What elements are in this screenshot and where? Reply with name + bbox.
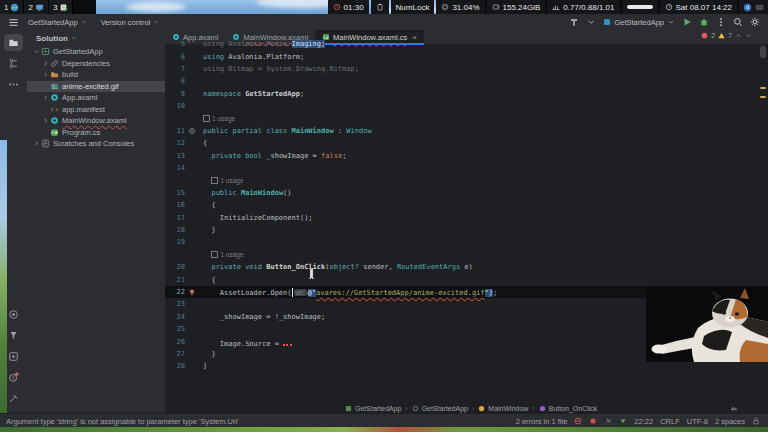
- workspace-button-1[interactable]: 1: [0, 0, 24, 14]
- tree-item-program-cs[interactable]: C#Program.cs: [27, 127, 165, 139]
- tree-item-scratches-and-consoles[interactable]: Scratches and Consoles: [27, 138, 165, 150]
- main-menu-icon[interactable]: [8, 17, 19, 28]
- breadcrumb-getstartedapp[interactable]: GetStartedApp: [412, 405, 468, 412]
- workspace-number: 2: [28, 3, 32, 12]
- mouse-ibeam-cursor: [308, 265, 315, 276]
- chevron-down-icon[interactable]: [586, 17, 596, 27]
- search-everywhere-icon[interactable]: [733, 17, 743, 27]
- breadcrumb-getstartedapp[interactable]: GetStartedApp: [345, 405, 401, 412]
- segment-text: Sat 08.07 14:22: [676, 3, 733, 12]
- project-widget[interactable]: GetStartedApp: [23, 17, 92, 28]
- line-number: 28: [165, 362, 185, 370]
- green-down-icon[interactable]: [619, 417, 627, 425]
- usage-annotation[interactable]: 1 usage: [206, 251, 243, 258]
- settings-gear-icon[interactable]: [750, 17, 760, 27]
- breadcrumb-button_onclick[interactable]: Button_OnClick: [539, 405, 598, 412]
- solution-tree: GetStartedAppDependenciesbuildanime-exci…: [27, 46, 165, 150]
- run-button[interactable]: [682, 17, 692, 27]
- status-item[interactable]: 22:22: [634, 417, 653, 426]
- structure-tool-button[interactable]: [4, 55, 23, 72]
- no-entry-icon[interactable]: [574, 417, 582, 425]
- token: GetStartedApp: [245, 90, 300, 98]
- prev-problem-icon[interactable]: [735, 32, 742, 39]
- code-line-8[interactable]: 8: [165, 75, 768, 87]
- usage-annotation-row[interactable]: 1 usage: [165, 249, 768, 261]
- code-line-18[interactable]: 18 }: [165, 224, 768, 236]
- run-configuration-select[interactable]: GetStartedApp: [603, 18, 675, 27]
- status-segment: [371, 0, 389, 14]
- warning-count: 7: [728, 32, 732, 39]
- line-number: 23: [165, 300, 185, 308]
- code-line-17[interactable]: 17 InitializeComponent();: [165, 211, 768, 223]
- tree-item-getstartedapp[interactable]: GetStartedApp: [27, 46, 165, 58]
- code-line-10[interactable]: 10: [165, 100, 768, 112]
- bulb-gutter-icon[interactable]: [188, 288, 196, 296]
- status-item[interactable]: UTF-8: [687, 417, 708, 426]
- code-text: public MainWindow(): [198, 189, 292, 197]
- segment-text: 01:30: [344, 3, 364, 12]
- chevron-collapsed-icon[interactable]: [42, 71, 49, 78]
- tree-item-app-manifest[interactable]: app.manifest: [27, 104, 165, 116]
- tray-d-icon[interactable]: d: [743, 3, 752, 12]
- workspace-button-2[interactable]: 2: [24, 0, 48, 14]
- chevron-collapsed-icon[interactable]: [42, 94, 49, 101]
- code-line-15[interactable]: 15 public MainWindow(): [165, 187, 768, 199]
- token: "): [485, 289, 493, 297]
- code-line-20[interactable]: 20 private void Button_OnClick(object? s…: [165, 261, 768, 273]
- status-item[interactable]: CRLF: [660, 417, 680, 426]
- code-line-13[interactable]: 13 private bool _showImage = false;: [165, 150, 768, 162]
- tree-item-build[interactable]: build: [27, 69, 165, 81]
- code-line-11[interactable]: 11public partial class MainWindow : Wind…: [165, 125, 768, 137]
- next-problem-icon[interactable]: [745, 32, 752, 39]
- inspections-widget[interactable]: 2 7: [701, 32, 752, 39]
- code-line-5[interactable]: 5using Avalonia.Media.Imaging;: [165, 38, 768, 50]
- code-line-19[interactable]: 19: [165, 236, 768, 248]
- usage-annotation[interactable]: 1 usage: [198, 115, 235, 122]
- tree-item-dependencies[interactable]: Dependencies: [27, 58, 165, 70]
- code-line-6[interactable]: 6using Avalonia.Platform;: [165, 50, 768, 62]
- unlock-icon[interactable]: [752, 417, 760, 425]
- scrollbar-thumb[interactable]: [760, 46, 766, 58]
- code-line-9[interactable]: 9namespace GetStartedApp;: [165, 88, 768, 100]
- breadcrumb-label: Button_OnClick: [549, 405, 598, 412]
- vcs-widget[interactable]: Version control: [96, 17, 165, 28]
- code-text: _showImage = !_showImage;: [198, 313, 325, 321]
- red-dot-icon[interactable]: [589, 417, 597, 425]
- solution-panel-header[interactable]: Solution: [27, 30, 165, 46]
- chevron-collapsed-icon[interactable]: [42, 117, 49, 124]
- code-line-7[interactable]: 7using Bitmap = System.Drawing.Bitmap;: [165, 63, 768, 75]
- marker-gutter-icon[interactable]: [188, 127, 196, 135]
- breadcrumb-separator: ›: [472, 405, 474, 412]
- build-hammer-icon[interactable]: [569, 17, 579, 27]
- workspace-button-3[interactable]: 3: [49, 0, 73, 14]
- debug-button[interactable]: [699, 17, 709, 27]
- tree-item-app-axaml[interactable]: App.axaml: [27, 92, 165, 104]
- folder-tool-button[interactable]: [4, 34, 23, 51]
- status-item[interactable]: 2 errors in 1 file: [516, 417, 568, 426]
- usage-annotation[interactable]: 1 usage: [206, 177, 243, 184]
- tray-monitor-icon[interactable]: [755, 3, 764, 12]
- code-line-21[interactable]: 21 {: [165, 273, 768, 285]
- usage-annotation-row[interactable]: 1 usage: [165, 174, 768, 186]
- tree-item-mainwindow-axaml[interactable]: MainWindow.axaml: [27, 115, 165, 127]
- chevron-collapsed-icon[interactable]: [33, 140, 40, 147]
- token: =: [262, 313, 275, 321]
- desktop-wallpaper-bottom: [0, 427, 768, 432]
- code-line-16[interactable]: 16 {: [165, 199, 768, 211]
- breadcrumb-mainwindow[interactable]: MainWindow: [478, 405, 528, 412]
- gutter-icon-slot: [185, 288, 198, 296]
- chevron-expanded-icon[interactable]: [33, 48, 40, 55]
- n-glyph-icon[interactable]: N: [604, 417, 612, 425]
- usage-icon: [211, 251, 218, 258]
- code-line-14[interactable]: 14: [165, 162, 768, 174]
- status-item[interactable]: 2 spaces: [715, 417, 745, 426]
- tree-item-anime-excited-gif[interactable]: anime-excited.gif: [27, 81, 165, 93]
- tree-item-label: build: [62, 70, 78, 79]
- chevron-collapsed-icon[interactable]: [42, 60, 49, 67]
- more-tool-button[interactable]: [4, 76, 23, 93]
- usage-annotation-row[interactable]: 1 usage: [165, 112, 768, 124]
- code-line-12[interactable]: 12{: [165, 137, 768, 149]
- token: ;: [493, 289, 497, 297]
- more-actions-icon[interactable]: [716, 17, 726, 27]
- status-bar: Argument type 'string' is not assignable…: [0, 413, 768, 428]
